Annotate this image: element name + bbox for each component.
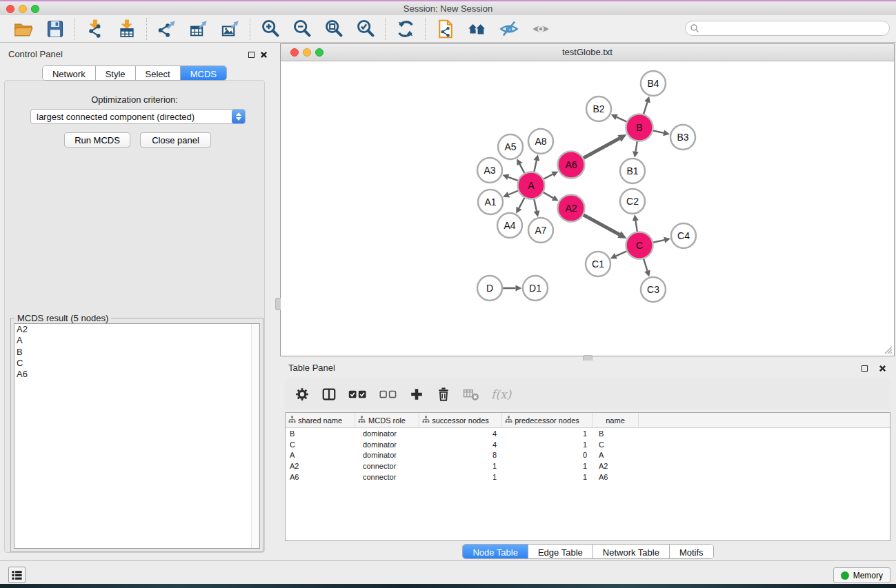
mcds-result-item[interactable]: A — [14, 335, 259, 346]
export-table-button[interactable] — [186, 17, 212, 41]
node-label-B1: B1 — [626, 165, 638, 176]
table-cell[interactable]: 1 — [502, 473, 593, 481]
zoom-fit-button[interactable] — [321, 17, 347, 41]
table-cell[interactable]: connector — [355, 462, 419, 470]
table-cell[interactable]: A2 — [593, 462, 639, 470]
table-row[interactable]: Bdominator41B — [286, 428, 890, 439]
birds-eye-button[interactable] — [528, 17, 554, 41]
resize-grip[interactable] — [882, 343, 893, 354]
table-panel-close-button[interactable] — [877, 363, 888, 373]
import-table-button[interactable] — [114, 17, 140, 41]
tab-style[interactable]: Style — [95, 66, 135, 80]
mcds-result-list[interactable]: A2ABCA6 — [14, 323, 260, 549]
optimization-criterion-select[interactable]: largest connected component (directed) — [30, 109, 246, 124]
table-cell[interactable]: 4 — [419, 440, 502, 449]
search-field[interactable] — [685, 21, 890, 36]
graphics-details-icon — [499, 19, 519, 39]
close-icon — [879, 365, 886, 372]
search-input[interactable] — [699, 23, 889, 34]
deselect-all-button[interactable] — [379, 389, 397, 399]
column-header-name[interactable]: name — [593, 413, 639, 427]
network-window-titlebar[interactable]: testGlobe.txt — [281, 44, 894, 61]
mcds-result-item[interactable]: B — [14, 347, 259, 358]
open-session-button[interactable] — [10, 17, 37, 41]
network-document-icon — [436, 19, 455, 39]
table-cell[interactable]: C — [286, 440, 355, 449]
import-network-button[interactable] — [82, 17, 108, 41]
table-cell[interactable]: A — [286, 451, 355, 459]
table-cell[interactable]: dominator — [355, 429, 419, 438]
column-header-successor-nodes[interactable]: successor nodes — [419, 413, 502, 427]
tab-network[interactable]: Network — [43, 66, 95, 80]
table-cell[interactable]: dominator — [355, 451, 419, 459]
task-history-button[interactable] — [8, 567, 26, 583]
close-panel-button[interactable]: Close panel — [140, 132, 211, 148]
zoom-out-button[interactable] — [289, 17, 315, 41]
table-cell[interactable]: A6 — [593, 473, 639, 481]
node-label-C3: C3 — [647, 284, 659, 295]
tab-mcds[interactable]: MCDS — [180, 66, 226, 80]
column-header-predecessor-nodes[interactable]: predecessor nodes — [502, 413, 593, 427]
export-image-button[interactable] — [217, 17, 243, 41]
table-cell[interactable]: A6 — [286, 473, 355, 481]
home-views-button[interactable] — [464, 17, 490, 41]
mcds-result-item[interactable]: C — [14, 358, 259, 369]
table-panel-header: Table Panel — [280, 358, 896, 378]
table-cell[interactable]: 8 — [419, 451, 502, 459]
apply-layout-icon — [396, 19, 415, 39]
select-all-button[interactable] — [348, 389, 368, 400]
zoom-selected-button[interactable] — [352, 17, 379, 41]
table-cell[interactable]: 1 — [419, 473, 502, 481]
mcds-result-item[interactable]: A6 — [14, 369, 259, 380]
table-cell[interactable]: 1 — [502, 462, 593, 470]
table-tab-motifs[interactable]: Motifs — [669, 545, 713, 558]
table-cell[interactable]: 1 — [502, 429, 593, 438]
save-session-button[interactable] — [42, 17, 68, 41]
table-panel-float-button[interactable] — [859, 363, 870, 373]
tab-select[interactable]: Select — [135, 66, 180, 80]
apply-layout-button[interactable] — [392, 17, 419, 41]
column-header-shared-name[interactable]: shared name — [286, 413, 355, 427]
table-cell[interactable]: B — [593, 429, 639, 438]
network-document-button[interactable] — [432, 17, 459, 41]
zoom-in-button[interactable] — [257, 17, 283, 41]
table-tab-edge-table[interactable]: Edge Table — [528, 545, 593, 558]
table-settings-button[interactable] — [295, 387, 310, 402]
table-cell[interactable]: C — [593, 440, 639, 449]
table-cell[interactable]: dominator — [355, 440, 419, 449]
add-column-button[interactable] — [409, 387, 424, 402]
network-canvas[interactable]: B4B2BB3A8A5A6A3B1AC2A1A2A4A7C4CC1DD1C3 — [281, 61, 894, 356]
graphics-details-button[interactable] — [496, 17, 522, 41]
table-row[interactable]: Cdominator41C — [286, 439, 890, 450]
table-cell[interactable]: connector — [355, 473, 419, 481]
app-titlebar[interactable]: Session: New Session — [0, 1, 896, 16]
control-panel-close-button[interactable] — [258, 50, 269, 59]
mcds-result-item[interactable]: A2 — [14, 324, 259, 335]
table-tab-node-table[interactable]: Node Table — [463, 545, 528, 558]
table-tab-network-table[interactable]: Network Table — [593, 545, 669, 558]
node-label-A7: A7 — [535, 225, 546, 236]
float-icon — [862, 365, 868, 372]
table-cell[interactable]: A2 — [286, 462, 355, 470]
control-panel-float-button[interactable] — [246, 50, 257, 59]
table-cell[interactable]: 4 — [419, 429, 502, 438]
scrollbar-track[interactable] — [251, 324, 259, 548]
column-header-MCDS-role[interactable]: MCDS role — [355, 413, 419, 427]
table-cell[interactable]: 1 — [502, 440, 593, 449]
open-session-icon — [14, 19, 33, 39]
memory-button[interactable]: Memory — [833, 567, 890, 583]
column-layout-button[interactable] — [321, 387, 337, 402]
table-cell[interactable]: A — [593, 451, 639, 459]
table-cell[interactable]: 1 — [419, 462, 502, 470]
table-row[interactable]: A2connector11A2 — [286, 460, 890, 472]
export-network-button[interactable] — [154, 17, 180, 41]
toolbar-group — [426, 17, 560, 41]
table-row[interactable]: Adominator80A — [286, 449, 890, 460]
run-mcds-button[interactable]: Run MCDS — [64, 132, 130, 148]
table-row[interactable]: A6connector11A6 — [286, 472, 890, 483]
table-cell[interactable]: 0 — [502, 451, 593, 459]
split-divider-handle-left[interactable] — [275, 298, 281, 310]
toolbar-group — [386, 17, 425, 41]
delete-column-button[interactable] — [436, 387, 451, 402]
table-cell[interactable]: B — [286, 429, 355, 438]
